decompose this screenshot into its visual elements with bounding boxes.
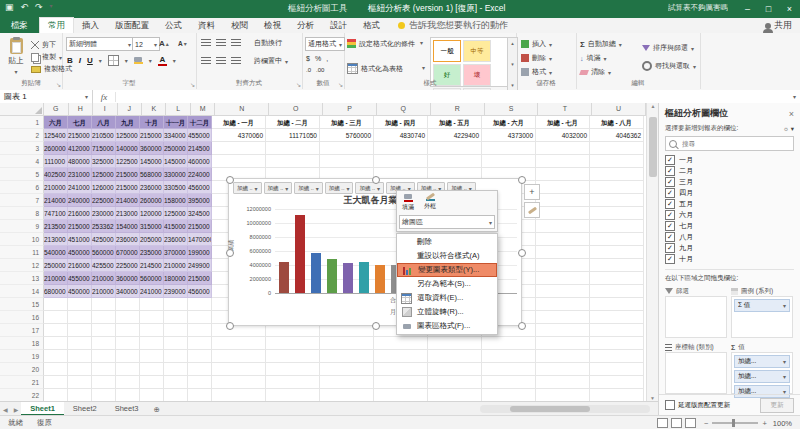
cell[interactable]	[188, 376, 212, 389]
cell[interactable]	[374, 350, 428, 363]
cell[interactable]	[44, 311, 68, 324]
cell[interactable]: 253362	[92, 220, 116, 233]
cell[interactable]	[116, 389, 140, 401]
cell[interactable]	[212, 376, 266, 389]
cell[interactable]	[590, 207, 644, 220]
cell[interactable]: 224000	[188, 168, 212, 181]
row-header-4[interactable]: 4	[0, 155, 44, 168]
format-cells-button[interactable]: 格式▾	[521, 66, 552, 78]
cell[interactable]	[536, 246, 590, 259]
cell[interactable]: 122500	[116, 155, 140, 168]
cell[interactable]: 241000	[140, 285, 164, 298]
tab-分析[interactable]: 分析	[289, 18, 322, 33]
align-middle-icon[interactable]	[216, 39, 226, 46]
filters-area-box[interactable]	[665, 296, 727, 338]
cell[interactable]	[374, 363, 428, 376]
cell[interactable]: 215000	[68, 220, 92, 233]
field-item-五月[interactable]: ✓五月	[665, 198, 794, 209]
cell[interactable]	[68, 389, 92, 401]
cell[interactable]	[590, 181, 644, 194]
cell[interactable]	[140, 324, 164, 337]
row-header-18[interactable]: 18	[0, 337, 44, 350]
cell[interactable]	[590, 337, 644, 350]
cell[interactable]	[536, 259, 590, 272]
fill-color-button[interactable]	[134, 57, 143, 64]
select-all-corner[interactable]	[0, 103, 44, 115]
cell[interactable]: 216000	[68, 207, 92, 220]
tab-file[interactable]: 檔案	[0, 18, 39, 33]
cell[interactable]	[140, 363, 164, 376]
cell[interactable]	[92, 350, 116, 363]
cell[interactable]: 241000	[68, 181, 92, 194]
cell[interactable]	[116, 350, 140, 363]
field-item-三月[interactable]: ✓三月	[665, 176, 794, 187]
cell[interactable]	[164, 324, 188, 337]
cell[interactable]: 199000	[188, 246, 212, 259]
clipboard-dialog-launcher-icon[interactable]: ↘	[56, 81, 61, 88]
decrease-decimal-button[interactable]: .00	[316, 67, 324, 73]
cell[interactable]	[116, 363, 140, 376]
chart-bar[interactable]	[375, 265, 385, 293]
cell[interactable]	[266, 376, 320, 389]
cell[interactable]	[68, 324, 92, 337]
column-header-H[interactable]: H	[69, 103, 93, 115]
cell[interactable]	[590, 168, 644, 181]
row-header-19[interactable]: 19	[0, 350, 44, 363]
format-as-table-button[interactable]: 格式化為表格▾	[347, 63, 427, 74]
values-area-box[interactable]: 加總...▾加總...▾加總...▾	[731, 352, 793, 394]
cell[interactable]	[212, 363, 266, 376]
align-center-icon[interactable]	[216, 57, 226, 64]
cell[interactable]: 250000	[164, 142, 188, 155]
menu-item-選取資料(E)...[interactable]: 選取資料(E)...	[397, 291, 497, 305]
cell[interactable]: 4046362	[590, 129, 644, 142]
cell[interactable]: 425500	[92, 259, 116, 272]
cell[interactable]: 4830740	[374, 129, 428, 142]
fx-button[interactable]: fx	[93, 92, 116, 102]
cell[interactable]	[482, 155, 536, 168]
row-header-20[interactable]: 20	[0, 363, 44, 376]
find-select-button[interactable]: 尋找與選取▾	[642, 60, 696, 72]
cell[interactable]	[482, 363, 536, 376]
cell[interactable]	[428, 337, 482, 350]
row-header-11[interactable]: 11	[0, 246, 44, 259]
chart-selection-handle[interactable]	[518, 176, 526, 184]
cell[interactable]	[482, 337, 536, 350]
zoom-slider[interactable]	[712, 422, 758, 424]
field-item-一月[interactable]: ✓一月	[665, 154, 794, 165]
cell[interactable]: 4370060	[212, 129, 266, 142]
cell[interactable]: 402500	[44, 168, 68, 181]
horizontal-scrollbar-thumb[interactable]	[510, 406, 590, 412]
cell[interactable]: 十月	[140, 116, 164, 129]
cell[interactable]	[428, 389, 482, 401]
cell[interactable]	[590, 220, 644, 233]
cell[interactable]	[482, 142, 536, 155]
cell[interactable]	[92, 389, 116, 401]
new-sheet-button[interactable]: ⊕	[153, 405, 159, 414]
cell[interactable]: 395000	[188, 194, 212, 207]
cell[interactable]	[590, 142, 644, 155]
cell[interactable]: 210000	[164, 259, 188, 272]
zoom-in-button[interactable]: +	[762, 419, 766, 428]
cell[interactable]	[68, 337, 92, 350]
menu-item-立體旋轉(R)...[interactable]: 立體旋轉(R)...	[397, 305, 497, 319]
cell[interactable]: 560000	[92, 246, 116, 259]
cell[interactable]	[428, 363, 482, 376]
cell[interactable]: 5760000	[320, 129, 374, 142]
outline-menu-button[interactable]: 外框	[421, 194, 439, 212]
field-checkbox[interactable]: ✓	[665, 166, 675, 176]
minimize-button[interactable]: –	[737, 0, 758, 18]
cell[interactable]	[44, 324, 68, 337]
row-header-7[interactable]: 7	[0, 194, 44, 207]
cell[interactable]	[266, 350, 320, 363]
redo-icon[interactable]: ↷	[35, 2, 43, 12]
cell[interactable]	[44, 363, 68, 376]
cell[interactable]: 1470000	[188, 233, 212, 246]
cell[interactable]	[116, 311, 140, 324]
page-break-view-icon[interactable]	[685, 418, 696, 428]
cell[interactable]: 231000	[68, 168, 92, 181]
cell[interactable]	[590, 324, 644, 337]
cell[interactable]	[140, 350, 164, 363]
menu-item-另存為範本(S)...[interactable]: 另存為範本(S)...	[397, 277, 497, 291]
number-format-combo[interactable]: 通用格式▾	[305, 37, 345, 51]
column-header-R[interactable]: R	[431, 103, 485, 115]
